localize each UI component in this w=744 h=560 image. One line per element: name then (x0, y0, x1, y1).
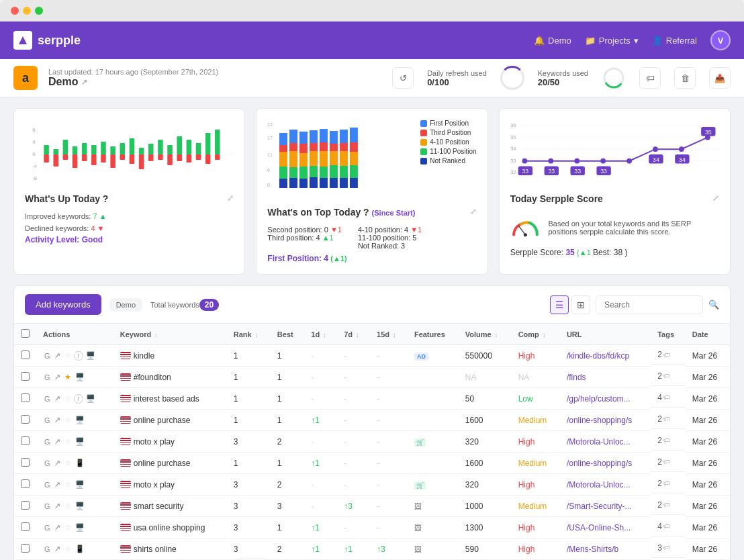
star-icon[interactable]: ☆ (63, 436, 73, 447)
google-icon[interactable]: G (43, 522, 52, 533)
best-header[interactable]: Best (271, 324, 305, 345)
svg-rect-64 (299, 153, 308, 167)
expand-icon[interactable]: ⤢ (227, 193, 234, 203)
chart-icon[interactable]: ↗ (53, 522, 62, 533)
flag-icon (120, 481, 131, 488)
device-icon[interactable]: 🖥️ (74, 436, 86, 447)
whats-on-top-title: What's on Top Today ? (Since Start) (267, 207, 415, 218)
svg-rect-84 (340, 151, 348, 166)
total-keywords-label: Total keywords (150, 301, 199, 309)
google-icon[interactable]: G (43, 544, 52, 555)
chart-icon[interactable]: ↗ (53, 371, 62, 383)
grid-view-button[interactable]: ⊞ (571, 295, 590, 314)
device-icon[interactable]: 🖥️ (74, 479, 86, 490)
chart-icon[interactable]: ↗ (53, 393, 62, 404)
nav-demo[interactable]: 🔔 Demo (534, 36, 571, 46)
star-icon[interactable]: ☆ (63, 543, 73, 555)
star-icon[interactable]: ☆ (63, 522, 73, 533)
device-icon[interactable]: 📱 (74, 457, 86, 469)
tags-cell: 2 🏷 (651, 431, 686, 451)
row-checkbox[interactable] (21, 544, 30, 553)
avatar[interactable]: V (710, 30, 731, 50)
chart-icon[interactable]: ↗ (53, 543, 62, 555)
row-checkbox[interactable] (21, 458, 30, 467)
svg-rect-27 (130, 138, 135, 154)
add-keywords-button[interactable]: Add keywords (25, 294, 101, 315)
legend-label-third: Third Position (430, 129, 471, 136)
select-all-checkbox[interactable] (21, 329, 30, 338)
score-value: 35 (565, 248, 577, 257)
google-icon[interactable]: G (43, 393, 52, 404)
star-icon[interactable]: ☆ (63, 350, 73, 361)
svg-rect-74 (320, 151, 328, 167)
info-icon[interactable]: ! (74, 351, 83, 361)
star-icon[interactable]: ☆ (63, 414, 73, 426)
svg-rect-88 (350, 142, 358, 152)
google-icon[interactable]: G (43, 415, 52, 426)
chart-icon[interactable]: ↗ (53, 457, 62, 469)
logo-text: serpple (38, 34, 81, 48)
row-checkbox[interactable] (21, 436, 30, 445)
info-icon[interactable]: ! (74, 394, 83, 404)
star-icon[interactable]: ☆ (63, 393, 73, 404)
star-icon[interactable]: ☆ (63, 457, 73, 469)
star-icon[interactable]: ☆ (63, 500, 73, 512)
row-checkbox[interactable] (21, 372, 30, 381)
keyword-header[interactable]: Keyword ↕ (113, 324, 227, 345)
chart-icon[interactable]: ↗ (53, 479, 62, 490)
chart-icon[interactable]: ↗ (53, 500, 62, 512)
device-icon[interactable]: 📱 (74, 543, 86, 555)
google-icon[interactable]: G (43, 479, 52, 490)
daily-refresh-value: 0/100 (427, 77, 487, 87)
svg-text:33: 33 (522, 168, 528, 175)
volume-header[interactable]: Volume ↕ (459, 324, 512, 345)
keyword-text: online purchase (134, 459, 191, 468)
chart-icon[interactable]: ↗ (53, 350, 62, 361)
rank-header[interactable]: Rank ↕ (227, 324, 271, 345)
chart-icon[interactable]: ↗ (53, 436, 62, 447)
comp-header[interactable]: Comp ↕ (512, 324, 560, 345)
row-checkbox-cell (14, 539, 36, 560)
google-icon[interactable]: G (43, 501, 52, 512)
device-icon[interactable]: 🖥️ (74, 371, 86, 383)
search-input[interactable] (596, 295, 703, 314)
export-button[interactable]: 📤 (709, 67, 731, 89)
change-1d-cell: - (304, 388, 337, 410)
device-icon[interactable]: 🖥️ (74, 522, 86, 533)
refresh-button[interactable]: ↺ (392, 67, 414, 89)
google-icon[interactable]: G (43, 351, 52, 361)
expand-score-icon[interactable]: ⤢ (712, 193, 719, 203)
change-7d-cell: - (337, 388, 370, 410)
row-checkbox[interactable] (21, 522, 30, 531)
delete-button[interactable]: 🗑 (674, 67, 696, 89)
star-icon[interactable]: ★ (63, 371, 73, 383)
svg-rect-19 (91, 145, 97, 154)
google-icon[interactable]: G (43, 458, 52, 469)
row-checkbox[interactable] (21, 501, 30, 510)
row-checkbox[interactable] (21, 415, 30, 424)
row-checkbox[interactable] (21, 393, 30, 402)
7d-header[interactable]: 7d ↕ (337, 324, 370, 345)
nav-referral[interactable]: 👤 Referral (652, 36, 697, 46)
row-checkbox[interactable] (21, 351, 30, 359)
expand-top-icon[interactable]: ⤢ (470, 207, 477, 216)
1d-header[interactable]: 1d ↕ (304, 324, 337, 345)
list-view-button[interactable]: ☰ (550, 295, 569, 314)
google-icon[interactable]: G (43, 436, 52, 447)
tags-cell: 2 🏷 (651, 410, 686, 429)
nav-projects[interactable]: 📁 Projects ▾ (585, 36, 639, 46)
tag-icon: 🏷 (663, 415, 670, 422)
15d-header[interactable]: 15d ↕ (370, 324, 408, 345)
change-15d-cell: - (370, 474, 408, 496)
star-icon[interactable]: ☆ (63, 479, 73, 490)
google-icon[interactable]: G (43, 372, 52, 383)
device-icon[interactable]: 🖥️ (74, 414, 86, 426)
device-icon[interactable]: 🖥️ (85, 393, 97, 404)
device-icon[interactable]: 🖥️ (74, 500, 86, 512)
tag-button[interactable]: 🏷 (639, 67, 661, 89)
row-checkbox[interactable] (21, 479, 30, 488)
svg-rect-87 (350, 128, 358, 142)
flag-icon (120, 395, 131, 402)
device-icon[interactable]: 🖥️ (85, 350, 97, 361)
chart-icon[interactable]: ↗ (53, 414, 62, 426)
